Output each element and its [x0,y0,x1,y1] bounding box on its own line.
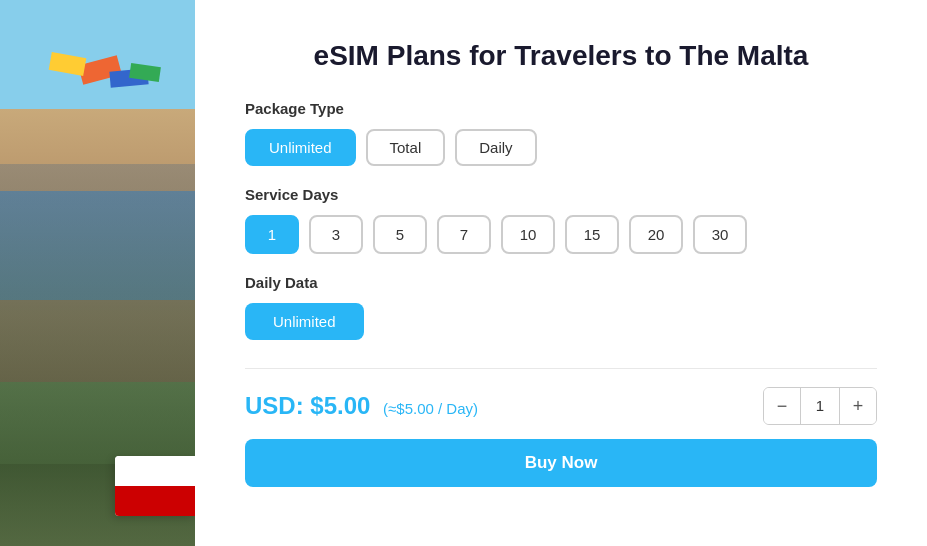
package-unlimited-button[interactable]: Unlimited [245,129,356,166]
day-btn-30[interactable]: 30 [693,215,747,254]
day-btn-7[interactable]: 7 [437,215,491,254]
day-btn-5[interactable]: 5 [373,215,427,254]
page-title: eSIM Plans for Travelers to The Malta [245,40,877,72]
day-btn-3[interactable]: 3 [309,215,363,254]
price-display: USD: $5.00 (≈$5.00 / Day) [245,392,478,420]
package-daily-button[interactable]: Daily [455,129,536,166]
quantity-controls: − 1 + [763,387,877,425]
daily-data-label: Daily Data [245,274,877,291]
buy-now-button[interactable]: Buy Now [245,439,877,487]
service-days-section: Service Days 1 3 5 7 10 15 20 30 [245,186,877,254]
quantity-increment-button[interactable]: + [840,388,876,424]
package-type-buttons: Unlimited Total Daily [245,129,877,166]
service-days-buttons: 1 3 5 7 10 15 20 30 [245,215,877,254]
quantity-value: 1 [800,388,840,424]
quantity-decrement-button[interactable]: − [764,388,800,424]
daily-data-unlimited-button[interactable]: Unlimited [245,303,364,340]
day-btn-10[interactable]: 10 [501,215,555,254]
price-per-day: (≈$5.00 / Day) [383,400,478,417]
content-panel: eSIM Plans for Travelers to The Malta Pa… [195,0,927,546]
daily-data-section: Daily Data Unlimited [245,274,877,340]
malta-flag-icon [115,456,195,516]
service-days-label: Service Days [245,186,877,203]
price-row: USD: $5.00 (≈$5.00 / Day) − 1 + [245,368,877,425]
package-type-section: Package Type Unlimited Total Daily [245,100,877,166]
day-btn-15[interactable]: 15 [565,215,619,254]
day-btn-1[interactable]: 1 [245,215,299,254]
package-total-button[interactable]: Total [366,129,446,166]
day-btn-20[interactable]: 20 [629,215,683,254]
destination-image [0,0,195,546]
package-type-label: Package Type [245,100,877,117]
price-currency: USD: $5.00 [245,392,377,419]
